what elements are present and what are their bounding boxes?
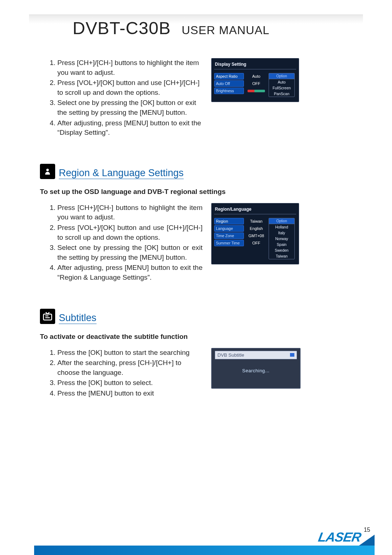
- osd-value: GMT+08: [248, 232, 264, 239]
- doc-subtitle: USER MANUAL: [181, 24, 269, 37]
- step-item: Press [CH+]/[CH-] buttons to highlight t…: [57, 58, 203, 77]
- osd-label: Time Zone: [214, 232, 244, 239]
- osd-values: Auto OFF: [247, 73, 266, 97]
- osd-title: Display Setting: [214, 61, 296, 69]
- display-setting-osd: Display Setting Aspect Ratio Auto Off Br…: [211, 58, 299, 102]
- step-item: Press [CH+]/[CH-] buttons to highlight t…: [57, 203, 203, 222]
- step-item: Press the [OK] button to start the searc…: [57, 348, 203, 358]
- step-item: Press [VOL+]/[OK] button and use [CH+]/[…: [57, 223, 203, 242]
- osd-option-menu: Option Holland Italy Norway Spain Sweden…: [269, 218, 295, 259]
- footer-bar: [34, 546, 375, 555]
- osd-value: Auto: [252, 73, 261, 80]
- step-item: Press the [OK] button to select.: [57, 378, 203, 388]
- osd-label: Aspect Ratio: [214, 73, 244, 80]
- step-item: Select one by pressing the [OK] button o…: [57, 243, 203, 262]
- osd-values: Taiwan English GMT+08 OFF: [247, 218, 266, 259]
- model-name: DVBT-C30B: [73, 18, 171, 38]
- dvb-subtitle-osd: DVB Subtitle Searching...: [211, 348, 301, 389]
- dvb-subtitle-status: Searching...: [215, 368, 297, 373]
- subtitles-steps: Press the [OK] button to start the searc…: [51, 348, 203, 399]
- osd-value: OFF: [252, 240, 260, 246]
- osd-labels: Aspect Ratio Auto Off Brightness: [214, 73, 244, 97]
- section-title-text: Subtitles: [59, 312, 97, 324]
- person-icon: [40, 164, 55, 179]
- step-item: After adjusting, press [MENU] button to …: [57, 118, 203, 138]
- region-language-steps: Press [CH+]/[CH-] buttons to highlight t…: [51, 203, 203, 283]
- osd-menu-item: FullScreen: [269, 85, 294, 91]
- region-language-row: Press [CH+]/[CH-] buttons to highlight t…: [40, 203, 323, 283]
- osd-label: Brightness: [214, 88, 244, 94]
- osd-menu-item: Norway: [269, 236, 294, 242]
- osd-menu-header: Option: [269, 218, 294, 224]
- osd-labels: Region Language Time Zone Summer Time: [214, 218, 244, 259]
- osd-menu-item: Italy: [269, 230, 294, 236]
- step-item: After adjusting, press [MENU] button to …: [57, 263, 203, 282]
- tv-icon: [40, 309, 55, 324]
- dvb-subtitle-title: DVB Subtitle: [217, 352, 244, 358]
- osd-menu-header: Option: [269, 73, 294, 79]
- brightness-slider: [248, 90, 265, 92]
- osd-menu-item: Auto: [269, 79, 294, 85]
- arrow-icon: [290, 353, 294, 357]
- osd-label: Auto Off: [214, 80, 244, 87]
- step-item: After the searching, press [CH-]/[CH+] t…: [57, 358, 203, 377]
- osd-value: OFF: [252, 80, 260, 87]
- step-item: Press the [MENU] button to exit: [57, 389, 203, 398]
- osd-title: Region/Language: [214, 206, 296, 214]
- dvb-subtitle-bar: DVB Subtitle: [215, 351, 297, 359]
- region-language-heading: Region & Language Settings: [40, 164, 184, 179]
- subtitles-subhead: To activate or deactivate the subtitle f…: [40, 333, 323, 341]
- osd-label: Language: [214, 225, 244, 232]
- region-language-subhead: To set up the OSD language and DVB-T reg…: [40, 188, 323, 196]
- display-setting-row: Press [CH+]/[CH-] buttons to highlight t…: [40, 58, 323, 138]
- page-header: DVBT-C30B USER MANUAL: [73, 18, 348, 38]
- osd-value: English: [250, 225, 263, 232]
- page-content: Press [CH+]/[CH-] buttons to highlight t…: [40, 58, 323, 399]
- osd-menu-item: Holland: [269, 224, 294, 230]
- region-language-osd: Region/Language Region Language Time Zon…: [211, 203, 299, 264]
- osd-option-menu: Option Auto FullScreen PanScan: [269, 73, 295, 97]
- page-footer: [0, 525, 392, 555]
- subtitles-row: Press the [OK] button to start the searc…: [40, 348, 323, 399]
- osd-menu-item: PanScan: [269, 91, 294, 97]
- display-setting-steps: Press [CH+]/[CH-] buttons to highlight t…: [51, 58, 203, 138]
- section-title-text: Region & Language Settings: [59, 167, 184, 179]
- osd-body: Region Language Time Zone Summer Time Ta…: [214, 218, 296, 259]
- osd-body: Aspect Ratio Auto Off Brightness Auto OF…: [214, 73, 296, 97]
- svg-rect-0: [44, 314, 52, 320]
- osd-label: Summer Time: [214, 240, 244, 246]
- subtitles-heading: Subtitles: [40, 309, 97, 324]
- step-item: Press [VOL+]/[OK] button and use [CH+]/[…: [57, 78, 203, 97]
- osd-menu-item: Sweden: [269, 247, 294, 253]
- osd-value: Taiwan: [250, 218, 262, 224]
- osd-menu-item: Taiwan: [269, 253, 294, 259]
- step-item: Select one by pressing the [OK] button o…: [57, 98, 203, 117]
- osd-label: Region: [214, 218, 244, 224]
- osd-menu-item: Spain: [269, 242, 294, 247]
